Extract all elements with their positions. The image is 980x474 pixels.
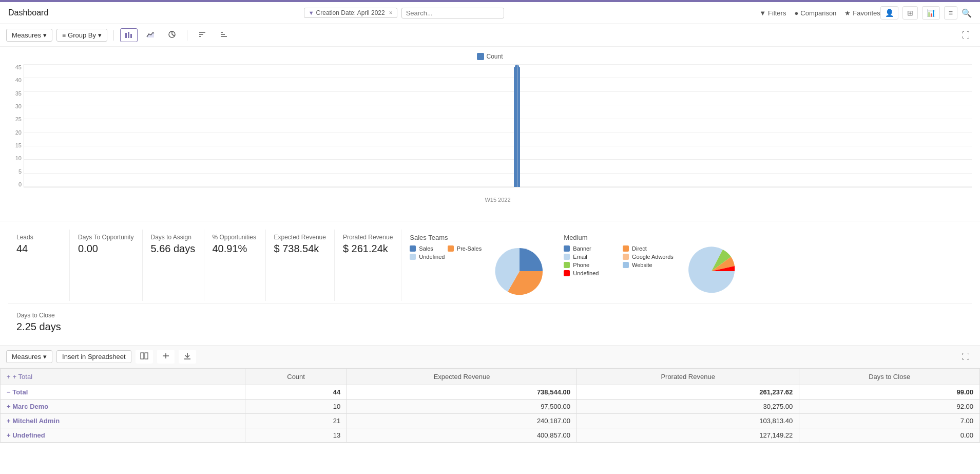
filter-tag-label: Creation Date: April 2022: [316, 9, 385, 16]
td-mitchell-dtc: 7.00: [799, 414, 980, 428]
undefined-expand-btn[interactable]: + Undefined: [7, 431, 45, 439]
group-by-btn[interactable]: ≡ Group By ▾: [56, 29, 107, 42]
y-label-20: 20: [15, 129, 22, 136]
td-total-label: − Total: [1, 385, 245, 400]
svg-rect-13: [141, 353, 144, 359]
th-count: Count: [245, 369, 347, 385]
table-row-undefined: + Undefined 13 400,857.00 127,149.22 0.0…: [1, 428, 980, 443]
list-view-btn[interactable]: ⊞: [902, 6, 918, 20]
plus-total-icon: +: [7, 373, 11, 381]
add-row-btn[interactable]: [157, 350, 175, 364]
header: Dashboard ▼ Creation Date: April 2022 × …: [0, 2, 980, 24]
legend-phone-color: [564, 262, 570, 268]
columns-btn[interactable]: [136, 350, 153, 364]
header-center: ▼ Creation Date: April 2022 ×: [48, 8, 759, 18]
filters-nav[interactable]: ▼ Filters: [759, 9, 786, 17]
chart-expand-btn[interactable]: ⛶: [957, 29, 974, 42]
kanban-view-btn[interactable]: 👤: [880, 6, 898, 20]
toolbar-separator-1: [113, 30, 114, 41]
legend-banner-label: Banner: [573, 245, 591, 252]
td-marc-pr: 30,275.00: [577, 400, 799, 414]
filter-tag[interactable]: ▼ Creation Date: April 2022 ×: [304, 8, 397, 18]
mitchell-expand-btn[interactable]: + Mitchell Admin: [7, 417, 60, 425]
sort-asc-icon: [198, 31, 206, 38]
chart-view-btn[interactable]: 📊: [922, 6, 940, 20]
table-row-mitchell: + Mitchell Admin 21 240,187.00 103,813.4…: [1, 414, 980, 428]
grid-line-6: [24, 132, 972, 132]
measures-btn[interactable]: Measures ▾: [6, 29, 52, 42]
th-days-to-close: Days to Close: [799, 369, 980, 385]
chart-divider-line: [517, 64, 517, 187]
legend-website: Website: [623, 262, 674, 268]
group-by-label: Group By: [68, 31, 96, 39]
favorites-nav[interactable]: ★ Favorites: [844, 9, 880, 17]
download-btn[interactable]: [179, 350, 196, 364]
header-right: 👤 ⊞ 📊 ≡ 🔍: [880, 6, 972, 20]
table-expand-btn[interactable]: ⛶: [957, 350, 974, 364]
legend-website-color: [623, 262, 629, 268]
kpi-dta-value: 5.66 days: [151, 243, 196, 255]
comparison-nav[interactable]: ● Comparison: [794, 9, 836, 17]
svg-rect-14: [145, 353, 148, 359]
legend-sales-label: Sales: [419, 245, 433, 252]
medium-card: Medium Banner Direct Email Google Adword…: [555, 230, 745, 301]
sales-teams-legend: Sales Pre-Sales Undefined: [410, 245, 482, 260]
kpi-leads: Leads 44: [8, 230, 70, 301]
pie-chart-btn[interactable]: [163, 28, 181, 42]
sort-asc-btn[interactable]: [194, 28, 211, 42]
insert-spreadsheet-label: Insert in Spreadsheet: [62, 353, 126, 361]
search-input[interactable]: [406, 9, 499, 17]
bar-chart-btn[interactable]: [120, 28, 138, 42]
measures-bottom-arrow: ▾: [43, 353, 47, 361]
sort-desc-btn[interactable]: [215, 28, 233, 42]
funnel-icon: ▼: [309, 10, 314, 16]
y-label-10: 10: [15, 155, 22, 161]
kpi-er-label: Expected Revenue: [274, 234, 326, 241]
td-marc-label: + Marc Demo: [1, 400, 245, 414]
filter-close-icon[interactable]: ×: [389, 9, 393, 16]
kpi-dto-label: Days To Opportunity: [78, 234, 134, 241]
measures-bottom-btn[interactable]: Measures ▾: [6, 350, 52, 363]
svg-rect-2: [130, 34, 132, 38]
header-nav: ▼ Filters ● Comparison ★ Favorites: [759, 9, 880, 17]
kpi-leads-label: Leads: [16, 234, 61, 241]
measures-arrow: ▾: [43, 31, 47, 39]
legend-email-label: Email: [573, 254, 587, 260]
insert-spreadsheet-btn[interactable]: Insert in Spreadsheet: [56, 350, 131, 363]
legend-label-count: Count: [486, 53, 503, 60]
legend-color-count: [477, 53, 484, 60]
legend-banner: Banner: [564, 245, 614, 252]
kpi-days-to-assign: Days to Assign 5.66 days: [143, 230, 204, 301]
bottom-toolbar: Measures ▾ Insert in Spreadsheet ⛶: [0, 346, 980, 368]
total-expand-btn[interactable]: + + Total: [7, 373, 239, 381]
kpi-pr-label: Prorated Revenue: [343, 234, 393, 241]
svg-rect-0: [125, 33, 127, 38]
legend-undefined-med-color: [564, 270, 570, 276]
marc-expand-btn[interactable]: + Marc Demo: [7, 403, 48, 410]
area-chart-icon: [146, 31, 155, 38]
grid-line-9: [24, 173, 972, 174]
medium-legend: Banner Direct Email Google Adwords Phone: [564, 245, 673, 276]
filters-label: Filters: [768, 9, 786, 17]
search-box[interactable]: [401, 8, 504, 18]
legend-website-label: Website: [632, 262, 652, 268]
td-mitchell-pr: 103,813.40: [577, 414, 799, 428]
y-label-15: 15: [15, 142, 22, 148]
search-icon-btn[interactable]: 🔍: [962, 8, 972, 18]
sales-teams-title: Sales Teams: [410, 234, 547, 241]
data-table: + + Total Count Expected Revenue Prorate…: [0, 368, 980, 443]
kpi-opportunities: % Opportunities 40.91%: [204, 230, 266, 301]
td-undefined-er: 400,857.00: [347, 428, 577, 443]
y-label-0: 0: [18, 181, 22, 187]
grid-view-btn[interactable]: ≡: [944, 6, 957, 20]
td-marc-er: 97,500.00: [347, 400, 577, 414]
kpi-dtc-value: 2.25 days: [16, 321, 62, 333]
grid-line-8: [24, 159, 972, 160]
group-by-arrow: ▾: [98, 31, 102, 39]
td-undefined-pr: 127,149.22: [577, 428, 799, 443]
legend-undefined-st: Undefined: [410, 254, 482, 260]
comparison-label: Comparison: [800, 9, 836, 17]
total-collapse-btn[interactable]: − Total: [7, 388, 28, 396]
area-chart-btn[interactable]: [142, 28, 159, 42]
x-label-w15: W15 2022: [485, 197, 510, 203]
